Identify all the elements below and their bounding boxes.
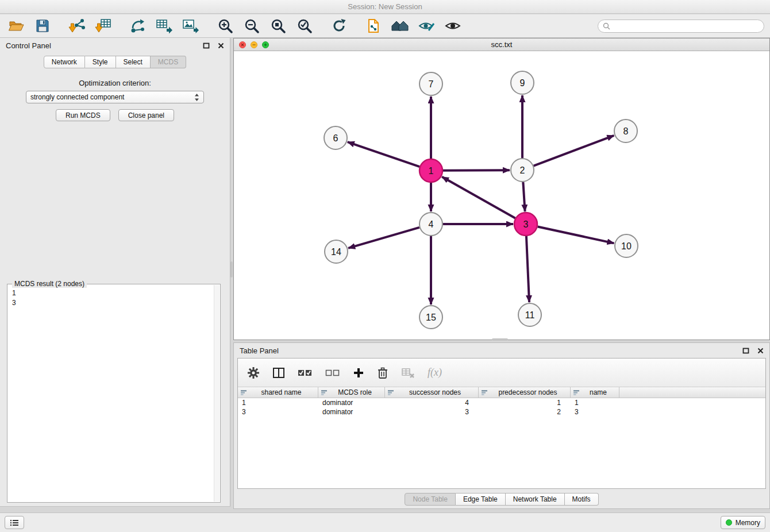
- toolbar-group-view: [363, 16, 463, 36]
- graph-node-label-8: 8: [623, 126, 629, 136]
- memory-status-button[interactable]: Memory: [721, 516, 765, 529]
- import-network-button[interactable]: [67, 16, 87, 36]
- zoom-selected-icon: [297, 18, 313, 34]
- search-box[interactable]: [598, 20, 764, 33]
- status-menu-button[interactable]: [5, 516, 24, 529]
- export-table-button[interactable]: [154, 16, 175, 36]
- tab-edge-table[interactable]: Edge Table: [456, 493, 506, 506]
- graphics-details-button[interactable]: [416, 16, 437, 36]
- graph-node-label-10: 10: [621, 241, 632, 251]
- table-row-node-1[interactable]: 1 dominator 4 1 1: [238, 398, 765, 407]
- function-builder-button[interactable]: f(x): [428, 367, 442, 379]
- toolbar-group-zoom: [215, 16, 315, 36]
- new-network-button[interactable]: [128, 16, 148, 36]
- tab-motifs[interactable]: Motifs: [565, 493, 599, 506]
- delete-column-button[interactable]: [377, 367, 388, 379]
- column-header-successor-nodes[interactable]: successor nodes: [385, 387, 479, 398]
- tab-select[interactable]: Select: [116, 56, 151, 68]
- visibility-button[interactable]: [442, 16, 463, 36]
- zoom-selected-button[interactable]: [294, 16, 315, 36]
- graph-edge-4-14[interactable]: [348, 228, 419, 248]
- tab-mcds[interactable]: MCDS: [151, 56, 186, 68]
- clipboard-network-button[interactable]: [363, 16, 384, 36]
- zoom-out-button[interactable]: [241, 16, 262, 36]
- delete-table-button[interactable]: [401, 367, 415, 379]
- mcds-result-list[interactable]: 1 3: [9, 286, 213, 501]
- network-canvas[interactable]: 7968124314101511: [234, 51, 769, 340]
- table-settings-button[interactable]: [247, 367, 260, 379]
- table-body: 1 dominator 4 1 1 3 dominator 3 2 3: [238, 398, 765, 488]
- export-image-icon: [182, 18, 199, 34]
- vertical-divider-grip[interactable]: [230, 261, 233, 277]
- float-table-panel-button[interactable]: [742, 348, 749, 354]
- table-column-header-row: shared name MCDS role successor nodes pr…: [238, 387, 765, 398]
- select-all-button[interactable]: [298, 368, 313, 378]
- table-panel: Table Panel: [233, 342, 770, 509]
- graph-edge-2-8[interactable]: [534, 136, 614, 166]
- search-input[interactable]: [613, 22, 759, 30]
- cell-name: 3: [571, 408, 619, 416]
- control-panel: Control Panel Network Style Select MCDS …: [0, 38, 230, 507]
- cell-predecessor-nodes: 2: [479, 408, 571, 416]
- columns-icon: [272, 367, 285, 379]
- graph-node-label-6: 6: [333, 133, 338, 143]
- column-sort-icon: [321, 390, 328, 396]
- network-window-title: scc.txt: [491, 40, 513, 49]
- criterion-dropdown[interactable]: strongly connected component: [26, 91, 204, 103]
- plus-icon: [353, 367, 364, 379]
- mcds-result-line: 3: [12, 298, 210, 308]
- tab-network[interactable]: Network: [44, 56, 85, 68]
- double-home-button[interactable]: [390, 16, 410, 36]
- graph-edge-1-6[interactable]: [348, 142, 419, 167]
- toolbar-search: [598, 20, 764, 33]
- float-panel-button[interactable]: [203, 43, 210, 49]
- run-mcds-button[interactable]: Run MCDS: [56, 109, 110, 121]
- cell-successor-nodes: 4: [385, 399, 479, 407]
- export-image-button[interactable]: [180, 16, 201, 36]
- column-header-shared-name[interactable]: shared name: [238, 387, 318, 398]
- minimize-glyph-icon: [251, 41, 257, 48]
- import-network-icon: [68, 18, 86, 34]
- graph-node-label-11: 11: [525, 310, 535, 320]
- graph-edge-2-3[interactable]: [523, 182, 525, 211]
- graph-node-label-2: 2: [520, 165, 525, 175]
- app-window: Session: New Session: [0, 0, 770, 532]
- graph-edge-1-2[interactable]: [443, 170, 510, 171]
- add-column-button[interactable]: [353, 367, 364, 379]
- result-scrollbar[interactable]: [214, 285, 220, 502]
- minimize-window-button[interactable]: [251, 41, 257, 48]
- tab-node-table[interactable]: Node Table: [405, 493, 456, 506]
- save-session-button[interactable]: [32, 16, 53, 36]
- clipboard-network-icon: [365, 18, 382, 34]
- close-table-panel-button[interactable]: [757, 348, 764, 354]
- zoom-out-icon: [244, 18, 260, 34]
- open-session-button[interactable]: [6, 16, 26, 36]
- tab-network-table[interactable]: Network Table: [506, 493, 565, 506]
- close-panel-button[interactable]: [218, 43, 224, 49]
- deselect-all-button[interactable]: [325, 368, 340, 378]
- memory-status-dot: [726, 519, 732, 526]
- toolbar-group-session: [6, 16, 53, 36]
- column-header-predecessor-nodes[interactable]: predecessor nodes: [479, 387, 571, 398]
- close-window-button[interactable]: [239, 41, 246, 48]
- cell-successor-nodes: 3: [385, 408, 479, 416]
- graph-edge-3-10[interactable]: [538, 226, 614, 243]
- table-row-node-3[interactable]: 3 dominator 3 2 3: [238, 407, 765, 417]
- column-label: shared name: [247, 388, 315, 396]
- zoom-fit-button[interactable]: [268, 16, 288, 36]
- refresh-layout-button[interactable]: [329, 16, 349, 36]
- close-panel-button-mcds[interactable]: Close panel: [118, 109, 174, 121]
- show-columns-button[interactable]: [272, 367, 285, 379]
- tab-style[interactable]: Style: [85, 56, 116, 68]
- graph-edge-3-1[interactable]: [442, 177, 515, 218]
- import-table-button[interactable]: [93, 16, 114, 36]
- graph-edge-3-11[interactable]: [526, 236, 529, 302]
- table-toolbar: f(x): [238, 358, 765, 387]
- horizontal-divider-grip[interactable]: [492, 338, 508, 341]
- graph-node-label-14: 14: [331, 247, 341, 257]
- column-header-name[interactable]: name: [571, 387, 619, 398]
- toolbar-group-layout: [329, 16, 349, 36]
- zoom-in-button[interactable]: [215, 16, 236, 36]
- column-header-mcds-role[interactable]: MCDS role: [318, 387, 385, 398]
- zoom-window-button[interactable]: [262, 41, 269, 48]
